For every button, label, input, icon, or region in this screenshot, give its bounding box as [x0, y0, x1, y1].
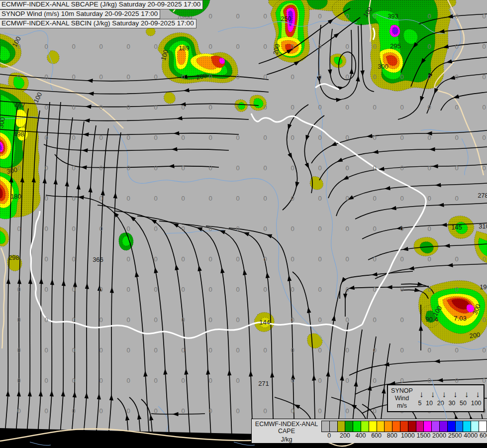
svg-text:0: 0: [154, 134, 157, 141]
svg-text:0: 0: [482, 43, 486, 50]
svg-text:0: 0: [208, 286, 212, 293]
svg-text:0: 0: [17, 407, 20, 415]
svg-text:0: 0: [482, 134, 486, 141]
cape-legend-model: ECMWF-INDEX-ANAL: [254, 421, 319, 428]
svg-text:144: 144: [259, 319, 270, 326]
svg-text:0: 0: [373, 73, 376, 81]
svg-text:0: 0: [427, 195, 431, 202]
svg-text:0: 0: [126, 286, 130, 293]
svg-text:0: 0: [17, 286, 20, 293]
wind-speed-value: 50: [460, 400, 467, 407]
svg-text:0: 0: [154, 104, 157, 111]
cape-color-swatch: [471, 421, 479, 432]
svg-text:271: 271: [258, 380, 269, 387]
svg-text:0: 0: [318, 43, 321, 50]
svg-text:310: 310: [479, 223, 487, 230]
svg-text:0: 0: [72, 255, 75, 263]
svg-text:0: 0: [373, 104, 376, 111]
svg-text:0: 0: [181, 316, 185, 324]
svg-text:0: 0: [291, 346, 294, 354]
svg-text:0: 0: [72, 407, 75, 415]
svg-text:0: 0: [318, 316, 321, 324]
svg-text:0: 0: [373, 43, 376, 50]
cape-color-swatch: [353, 421, 361, 432]
svg-text:0: 0: [318, 286, 321, 293]
cape-color-swatch: [479, 421, 487, 432]
svg-text:0: 0: [455, 195, 458, 202]
svg-text:0: 0: [181, 346, 185, 354]
cape-legend-param: CAPE: [254, 428, 319, 435]
svg-text:0: 0: [373, 316, 376, 324]
svg-text:0: 0: [345, 286, 349, 293]
wind-arrow-icon: ↓: [431, 390, 435, 400]
svg-text:0: 0: [263, 286, 267, 293]
svg-text:0: 0: [99, 225, 102, 232]
svg-text:0: 0: [236, 377, 239, 384]
svg-text:0: 0: [318, 104, 321, 111]
svg-text:0: 0: [99, 73, 102, 81]
svg-text:0: 0: [373, 134, 376, 141]
svg-text:0: 0: [236, 43, 239, 50]
svg-text:298: 298: [8, 254, 19, 261]
svg-text:0: 0: [126, 377, 130, 384]
svg-text:0: 0: [236, 164, 239, 172]
svg-text:189: 189: [179, 44, 190, 52]
svg-text:0: 0: [44, 104, 48, 111]
svg-text:0: 0: [17, 225, 20, 232]
wind-legend: SYNOP Wind m/s ↓↓↓↓↓↓ 510203050100: [387, 384, 485, 412]
svg-text:0: 0: [427, 286, 431, 293]
svg-text:0: 0: [291, 255, 294, 263]
svg-text:0: 0: [154, 286, 157, 293]
svg-text:0: 0: [17, 316, 20, 324]
svg-text:0: 0: [482, 164, 486, 172]
cape-color-swatch: [345, 421, 353, 432]
svg-text:0: 0: [345, 346, 349, 354]
svg-text:0: 0: [99, 377, 102, 384]
svg-text:0: 0: [400, 164, 403, 172]
svg-text:0: 0: [427, 346, 431, 354]
wind-legend-title: SYNOP Wind m/s: [388, 387, 416, 410]
svg-text:0: 0: [126, 316, 130, 324]
svg-text:0: 0: [263, 134, 267, 141]
svg-text:90.4: 90.4: [425, 316, 438, 323]
svg-text:0: 0: [181, 195, 185, 202]
cape-color-swatch: [400, 421, 408, 432]
wind-arrow-icon: ↓: [453, 390, 458, 400]
svg-text:0: 0: [154, 255, 157, 263]
cape-color-swatch: [408, 421, 416, 432]
svg-text:0: 0: [318, 407, 321, 415]
svg-text:0: 0: [44, 407, 48, 415]
cape-legend: ECMWF-INDEX-ANAL CAPE J/kg 0200400600800…: [251, 419, 487, 443]
svg-text:393: 393: [388, 12, 398, 20]
svg-text:0: 0: [263, 73, 267, 81]
svg-text:250: 250: [281, 15, 292, 22]
svg-text:0: 0: [345, 377, 349, 384]
svg-text:0: 0: [263, 43, 267, 50]
svg-text:0: 0: [236, 225, 239, 232]
svg-text:0: 0: [208, 12, 212, 20]
svg-text:0: 0: [181, 73, 185, 81]
svg-text:0: 0: [318, 164, 321, 172]
svg-text:467: 467: [14, 102, 25, 109]
svg-text:0: 0: [373, 195, 376, 202]
svg-text:300: 300: [378, 63, 389, 70]
svg-text:0: 0: [44, 225, 48, 232]
svg-text:0: 0: [236, 255, 239, 263]
svg-text:366: 366: [93, 256, 103, 263]
wind-arrow-icon: ↓: [465, 390, 469, 400]
svg-text:0: 0: [44, 73, 48, 81]
svg-text:0: 0: [482, 73, 486, 81]
svg-text:0: 0: [126, 43, 130, 50]
svg-text:0: 0: [400, 286, 403, 293]
svg-text:0: 0: [154, 346, 157, 354]
svg-text:0: 0: [373, 407, 376, 415]
svg-text:0: 0: [482, 346, 486, 354]
svg-text:278: 278: [478, 192, 487, 199]
svg-text:0: 0: [154, 225, 157, 232]
svg-text:190: 190: [480, 283, 487, 291]
svg-text:0: 0: [345, 164, 349, 172]
svg-text:0: 0: [400, 377, 403, 384]
svg-text:0: 0: [318, 73, 321, 81]
svg-text:0: 0: [455, 286, 458, 293]
svg-text:0: 0: [427, 134, 431, 141]
